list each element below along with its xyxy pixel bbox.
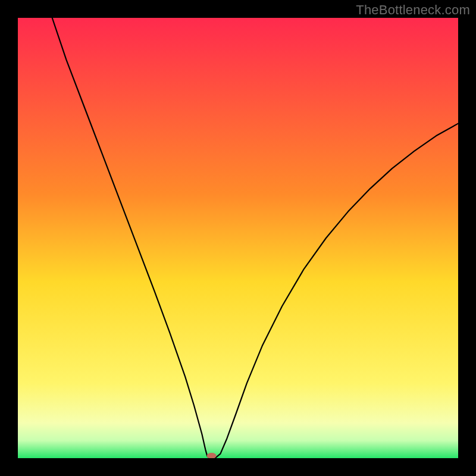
plot-area (18, 18, 458, 458)
chart-svg (18, 18, 458, 458)
chart-frame: TheBottleneck.com (0, 0, 476, 476)
watermark-text: TheBottleneck.com (356, 2, 470, 18)
gradient-background (18, 18, 458, 458)
